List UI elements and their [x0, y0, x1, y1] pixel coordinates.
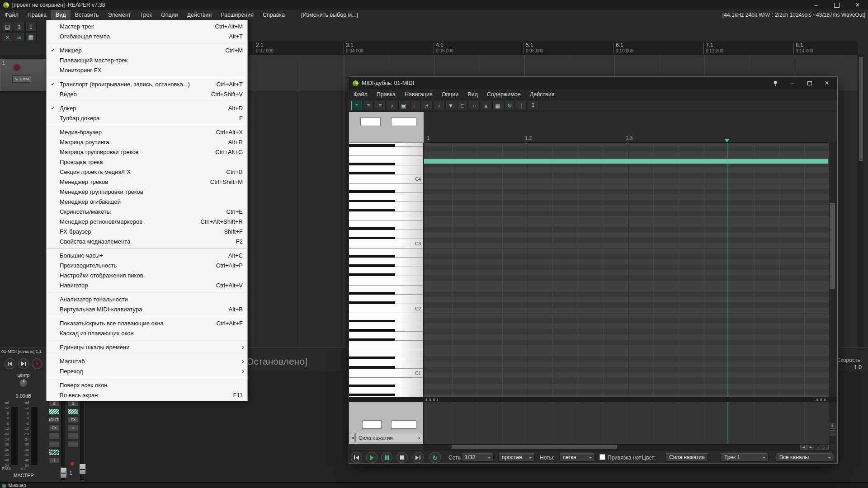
- track-dropdown[interactable]: Трек 1: [721, 453, 769, 462]
- trim-button[interactable]: TRIM: [49, 449, 60, 455]
- midi-editor-title-bar[interactable]: MIDI-дубль: 01-MIDI – ×: [349, 77, 837, 89]
- loop-selection-icon[interactable]: ↻: [504, 101, 515, 110]
- view-menu-item[interactable]: Большие часы+Alt+C: [47, 250, 247, 260]
- view-menu-item[interactable]: Матрица роутингаAlt+R: [47, 137, 247, 147]
- view-menu-item[interactable]: ✓Транспорт (проигрывание, запись, остано…: [47, 79, 247, 89]
- view-menu-item[interactable]: Единицы шкалы времени›: [47, 342, 247, 352]
- stop-button[interactable]: [396, 452, 408, 463]
- midi-ruler[interactable]: 11.21.3: [424, 112, 829, 143]
- fader-handle[interactable]: [60, 467, 67, 478]
- lasso-select-icon[interactable]: ○: [469, 101, 480, 110]
- step-record-icon[interactable]: ▲: [481, 101, 491, 110]
- note-insert-icon[interactable]: ♪: [434, 101, 444, 110]
- cc-value-box[interactable]: [391, 420, 416, 429]
- view-menu-item[interactable]: Менеджер регионов/маркеровCtrl+Alt+Shift…: [47, 216, 247, 226]
- maximize-button[interactable]: [826, 0, 847, 10]
- scrollbar-thumb[interactable]: [830, 203, 835, 289]
- new-project-icon[interactable]: ▤: [2, 22, 13, 32]
- strip-button[interactable]: [68, 433, 79, 439]
- note-length-dropdown[interactable]: сетка: [559, 453, 595, 462]
- record-button[interactable]: [32, 358, 42, 369]
- minimize-button[interactable]: [806, 0, 826, 10]
- view-menu-item[interactable]: Менеджер огибающей: [47, 197, 247, 206]
- play-button[interactable]: [366, 452, 377, 463]
- piano-key-white[interactable]: [349, 276, 424, 285]
- view-menu-item[interactable]: Виртуальная MIDI-клавиатураAlt+B: [47, 304, 247, 314]
- view-menu-item[interactable]: Медиа-браузерCtrl+Alt+X: [47, 127, 247, 137]
- render-export-icon[interactable]: ↧: [25, 22, 37, 32]
- divider-handle[interactable]: [815, 399, 827, 401]
- piano-key-white[interactable]: [349, 239, 424, 248]
- cc-lane-grid[interactable]: [424, 402, 829, 444]
- record-arm-button[interactable]: [13, 64, 21, 71]
- midi-menubar-item[interactable]: Вид: [463, 89, 482, 99]
- midi-menubar-item[interactable]: Содержимое: [482, 89, 525, 99]
- menubar-item[interactable]: Вставить: [71, 10, 104, 20]
- insert-note-icon[interactable]: ↧: [528, 101, 538, 110]
- fader-handle[interactable]: [79, 464, 86, 474]
- fx-button[interactable]: FX: [49, 425, 60, 431]
- menubar-item[interactable]: Файл: [0, 10, 23, 20]
- custom-action-menu-item[interactable]: [Изменить выбор м...]: [297, 10, 363, 20]
- view-menu-item[interactable]: НавигаторCtrl+Alt+V: [47, 280, 247, 290]
- media-import-icon[interactable]: ↥: [14, 22, 25, 32]
- minimize-button[interactable]: –: [784, 78, 801, 89]
- color-mode-dropdown[interactable]: Сила нажатия: [665, 453, 708, 462]
- view-menu-item[interactable]: Мониторинг FX: [47, 65, 247, 75]
- event-list-view-icon[interactable]: ≡: [375, 101, 386, 110]
- view-menu-item[interactable]: Проводка трека: [47, 157, 247, 167]
- view-menu-item[interactable]: Поверх всех окон: [47, 380, 247, 390]
- piano-key-white[interactable]: [349, 147, 424, 156]
- zoom-out-button[interactable]: [830, 430, 835, 436]
- go-to-start-button[interactable]: [5, 358, 15, 369]
- grid-settings-icon[interactable]: ▦: [492, 101, 503, 110]
- arrange-vertical-scrollbar[interactable]: [858, 55, 864, 347]
- dock-editor-icon[interactable]: ▣: [398, 101, 409, 110]
- divider-handle[interactable]: [425, 399, 438, 401]
- menubar-item[interactable]: Опции: [156, 10, 183, 20]
- scroll-right-button[interactable]: [807, 445, 814, 450]
- go-to-end-button[interactable]: [18, 358, 29, 369]
- view-menu-item[interactable]: FX-браузерShift+F: [47, 226, 247, 236]
- docker-tab-label[interactable]: Микшер: [8, 483, 26, 488]
- note-preview-icon[interactable]: ♩: [410, 101, 421, 110]
- menubar-item[interactable]: Расширения: [216, 10, 258, 20]
- view-menu-item[interactable]: ✓ДокерAlt+D: [47, 103, 247, 113]
- midi-menubar-item[interactable]: Файл: [349, 89, 372, 99]
- repeat-button[interactable]: [429, 452, 441, 463]
- named-notes-view-icon[interactable]: ≡: [363, 101, 374, 110]
- zoom-in-button[interactable]: [830, 423, 835, 429]
- piano-key-white[interactable]: [349, 341, 424, 350]
- close-button[interactable]: [847, 0, 868, 10]
- pin-button[interactable]: [767, 78, 784, 89]
- midi-menubar-item[interactable]: Опции: [437, 89, 463, 99]
- group-items-icon[interactable]: ∞: [14, 32, 25, 42]
- marquee-select-icon[interactable]: □: [457, 101, 468, 110]
- view-menu-item[interactable]: Плавающий мастер-трек: [47, 55, 247, 65]
- midi-note[interactable]: [424, 159, 829, 164]
- cc-value-box[interactable]: [362, 420, 382, 429]
- event-filter-icon[interactable]: ▼: [445, 101, 456, 110]
- view-menu-item[interactable]: Во весь экранF11: [47, 390, 247, 400]
- strip-button[interactable]: [49, 441, 60, 447]
- velocity-tool-icon[interactable]: !: [516, 101, 527, 110]
- menubar-item[interactable]: Справка: [258, 10, 289, 20]
- piano-roll-view-icon[interactable]: ≡: [351, 101, 362, 110]
- cc-lane-collapse-button[interactable]: [350, 433, 355, 442]
- notation-view-icon[interactable]: ♪: [387, 101, 397, 110]
- maximize-button[interactable]: [801, 78, 818, 89]
- strip-button[interactable]: [68, 441, 79, 447]
- view-menu-item[interactable]: Тулбар докераF: [47, 113, 247, 123]
- note-property-box[interactable]: [391, 117, 416, 126]
- view-menu-item[interactable]: Настройки отображения пиков: [47, 270, 247, 280]
- menubar-item[interactable]: Действия: [183, 10, 217, 20]
- menubar-item[interactable]: Вид: [51, 10, 71, 20]
- view-menu-item[interactable]: Показать/скрыть все плавающие окнаCtrl+A…: [47, 318, 247, 328]
- zoom-in-button[interactable]: [815, 445, 821, 450]
- note-property-box[interactable]: [360, 117, 381, 126]
- view-menu-item[interactable]: ПроизводительностьCtrl+Alt+P: [47, 260, 247, 270]
- midi-note-grid[interactable]: [424, 143, 829, 397]
- view-menu-item[interactable]: Свойства медиаэлементаF2: [47, 236, 247, 246]
- note-chase-icon[interactable]: ♬: [422, 101, 433, 110]
- snap-notes-checkbox[interactable]: [599, 454, 605, 460]
